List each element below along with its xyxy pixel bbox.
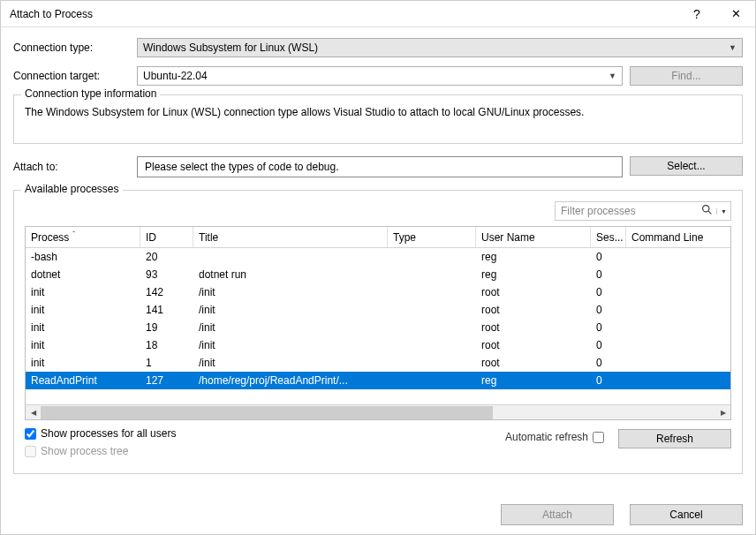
- close-button[interactable]: ✕: [716, 1, 755, 27]
- table-row[interactable]: init141/initroot0: [26, 301, 730, 319]
- table-cell: 0: [591, 251, 626, 263]
- table-cell: 127: [140, 374, 193, 387]
- connection-target-value: Ubuntu-22.04: [143, 70, 208, 82]
- table-row[interactable]: init19/initroot0: [26, 319, 730, 336]
- refresh-button[interactable]: Refresh: [618, 429, 731, 448]
- table-cell: 141: [140, 304, 193, 316]
- horizontal-scrollbar[interactable]: ◀ ▶: [26, 404, 730, 419]
- select-button[interactable]: Select...: [630, 156, 743, 176]
- table-cell: 0: [591, 374, 626, 387]
- automatic-refresh-checkbox[interactable]: Automatic refresh: [505, 431, 604, 443]
- column-user[interactable]: User Name: [476, 227, 591, 247]
- scroll-thumb[interactable]: [41, 406, 493, 419]
- table-body: -bash20reg0dotnet93dotnet runreg0init142…: [26, 248, 730, 404]
- svg-line-1: [708, 211, 711, 214]
- dropdown-arrow-icon: ▼: [716, 208, 727, 215]
- scroll-left-icon[interactable]: ◀: [26, 405, 41, 420]
- filter-placeholder: Filter processes: [561, 205, 636, 217]
- table-cell: init: [26, 357, 140, 369]
- table-cell: 0: [591, 357, 626, 369]
- connection-info-text: The Windows Subsystem for Linux (WSL) co…: [25, 106, 731, 118]
- table-cell: root: [476, 339, 591, 351]
- table-row[interactable]: init18/initroot0: [26, 336, 730, 354]
- table-cell: 0: [591, 304, 626, 316]
- process-table: Processˆ ID Title Type User Name Ses... …: [25, 226, 731, 420]
- table-cell: 0: [591, 286, 626, 298]
- column-type[interactable]: Type: [388, 227, 476, 247]
- help-icon: ?: [693, 7, 700, 21]
- svg-point-0: [703, 206, 709, 212]
- table-cell: /init: [193, 304, 388, 316]
- dialog-footer: Attach Cancel: [1, 495, 755, 534]
- table-cell: 0: [591, 339, 626, 351]
- filter-processes-input[interactable]: Filter processes ▼: [555, 201, 731, 221]
- table-row[interactable]: init142/initroot0: [26, 283, 730, 301]
- table-cell: root: [476, 357, 591, 369]
- table-cell: 142: [140, 286, 193, 298]
- table-cell: /init: [193, 286, 388, 298]
- table-cell: root: [476, 321, 591, 334]
- table-cell: /init: [193, 339, 388, 351]
- table-cell: dotnet: [26, 268, 140, 281]
- close-icon: ✕: [731, 7, 741, 20]
- table-cell: reg: [476, 374, 591, 387]
- attach-to-label: Attach to:: [13, 161, 137, 173]
- table-row[interactable]: init1/initroot0: [26, 354, 730, 372]
- show-process-tree-checkbox[interactable]: Show process tree: [25, 445, 505, 457]
- cancel-button[interactable]: Cancel: [630, 504, 743, 525]
- table-cell: root: [476, 286, 591, 298]
- table-cell: root: [476, 304, 591, 316]
- chevron-down-icon: ▼: [609, 72, 616, 80]
- table-cell: 19: [140, 321, 193, 334]
- connection-target-label: Connection target:: [13, 70, 137, 82]
- table-cell: init: [26, 304, 140, 316]
- search-icon: [701, 204, 713, 218]
- table-cell: /init: [193, 321, 388, 334]
- table-cell: /home/reg/proj/ReadAndPrint/...: [193, 374, 388, 387]
- show-process-tree-input: [25, 446, 36, 457]
- attach-to-field: Please select the types of code to debug…: [137, 156, 623, 177]
- table-cell: reg: [476, 251, 591, 263]
- chevron-down-icon: ▼: [729, 43, 737, 52]
- scroll-right-icon[interactable]: ▶: [715, 405, 730, 420]
- column-cmd[interactable]: Command Line: [626, 227, 730, 247]
- table-cell: /init: [193, 357, 388, 369]
- table-cell: init: [26, 339, 140, 351]
- connection-type-dropdown[interactable]: Windows Subsystem for Linux (WSL) ▼: [137, 38, 743, 57]
- show-all-users-input[interactable]: [25, 428, 36, 440]
- column-session[interactable]: Ses...: [591, 227, 626, 247]
- available-processes-legend: Available processes: [21, 183, 123, 195]
- table-row[interactable]: dotnet93dotnet runreg0: [26, 266, 730, 283]
- table-cell: -bash: [26, 251, 140, 263]
- column-id[interactable]: ID: [140, 227, 193, 247]
- table-cell: 0: [591, 268, 626, 281]
- connection-type-label: Connection type:: [13, 41, 137, 54]
- automatic-refresh-input[interactable]: [593, 432, 604, 443]
- table-cell: reg: [476, 268, 591, 281]
- connection-type-value: Windows Subsystem for Linux (WSL): [143, 41, 318, 54]
- table-cell: init: [26, 321, 140, 334]
- table-header: Processˆ ID Title Type User Name Ses... …: [26, 227, 730, 248]
- table-cell: 18: [140, 339, 193, 351]
- connection-info-legend: Connection type information: [21, 87, 160, 100]
- window-title: Attach to Process: [10, 8, 677, 20]
- titlebar: Attach to Process ? ✕: [1, 1, 755, 27]
- find-button[interactable]: Find...: [630, 66, 743, 86]
- show-all-users-checkbox[interactable]: Show processes for all users: [25, 427, 505, 440]
- column-title[interactable]: Title: [193, 227, 388, 247]
- help-button[interactable]: ?: [677, 1, 716, 27]
- table-cell: 93: [140, 268, 193, 281]
- attach-button[interactable]: Attach: [501, 504, 614, 525]
- table-cell: init: [26, 286, 140, 298]
- table-cell: ReadAndPrint: [26, 374, 140, 387]
- table-cell: 20: [140, 251, 193, 263]
- table-row[interactable]: -bash20reg0: [26, 248, 730, 266]
- connection-target-dropdown[interactable]: Ubuntu-22.04 ▼: [137, 66, 623, 86]
- table-cell: dotnet run: [193, 268, 388, 281]
- sort-indicator-icon: ˆ: [72, 230, 75, 237]
- column-process[interactable]: Processˆ: [26, 227, 140, 247]
- table-cell: 1: [140, 357, 193, 369]
- table-cell: 0: [591, 321, 626, 334]
- table-row[interactable]: ReadAndPrint127/home/reg/proj/ReadAndPri…: [26, 372, 730, 389]
